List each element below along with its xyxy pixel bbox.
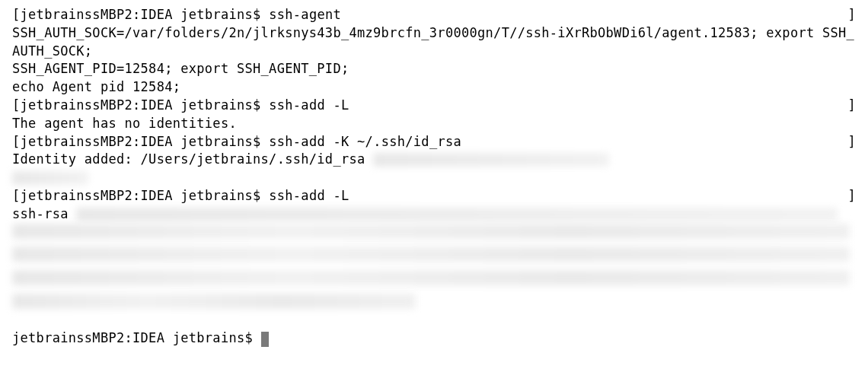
output-line: SSH_AUTH_SOCK=/var/folders/2n/jlrksnys43… xyxy=(12,24,856,61)
prompt-line: [jetbrainssMBP2:IDEA jetbrains$ ssh-add … xyxy=(12,97,856,115)
cursor-icon xyxy=(261,332,269,347)
right-bracket: ] xyxy=(847,133,856,151)
prompt-char: $ xyxy=(253,188,261,203)
output-text: ssh-rsa xyxy=(12,206,69,221)
command-text: ssh-add -L xyxy=(269,97,349,113)
output-line: ssh-rsa xyxy=(12,205,856,224)
command-text: ssh-add -L xyxy=(269,188,349,203)
user: jetbrains xyxy=(180,134,253,149)
redacted-line xyxy=(12,171,88,185)
prompt-line: [jetbrainssMBP2:IDEA jetbrains$ ssh-add … xyxy=(12,187,856,205)
active-prompt-line[interactable]: jetbrainssMBP2:IDEA jetbrains$ xyxy=(12,329,856,348)
redacted-key-line xyxy=(12,224,850,239)
output-text: Identity added: /Users/jetbrains/.ssh/id… xyxy=(12,151,365,167)
prompt-line: [jetbrainssMBP2:IDEA jetbrains$ ssh-add … xyxy=(12,133,856,151)
prompt-text: [jetbrainssMBP2:IDEA jetbrains$ ssh-add … xyxy=(12,97,847,115)
prompt-text: [jetbrainssMBP2:IDEA jetbrains$ ssh-agen… xyxy=(12,6,847,24)
prompt-text: [jetbrainssMBP2:IDEA jetbrains$ ssh-add … xyxy=(12,133,847,151)
prompt-text: [jetbrainssMBP2:IDEA jetbrains$ ssh-add … xyxy=(12,187,847,205)
right-bracket: ] xyxy=(847,97,856,115)
redacted-key-line xyxy=(12,270,850,285)
prompt-char: $ xyxy=(253,97,261,113)
cwd: IDEA xyxy=(141,97,173,113)
command-text: ssh-agent xyxy=(269,7,341,22)
right-bracket: ] xyxy=(847,6,856,24)
user: jetbrains xyxy=(180,97,253,113)
output-line: The agent has no identities. xyxy=(12,115,856,133)
redacted-key-line xyxy=(12,294,416,309)
redacted-key-line xyxy=(12,246,850,262)
right-bracket: ] xyxy=(847,187,856,205)
user: jetbrains xyxy=(180,7,253,22)
host: jetbrainssMBP2 xyxy=(21,134,133,149)
prompt-char: $ xyxy=(253,7,261,22)
user: jetbrains xyxy=(180,188,253,203)
command-text: ssh-add -K ~/.ssh/id_rsa xyxy=(269,134,461,149)
prompt-line: [jetbrainssMBP2:IDEA jetbrains$ ssh-agen… xyxy=(12,6,856,24)
host: jetbrainssMBP2 xyxy=(21,188,133,203)
terminal-window[interactable]: [jetbrainssMBP2:IDEA jetbrains$ ssh-agen… xyxy=(12,6,856,348)
redacted-email xyxy=(373,153,609,167)
host: jetbrainssMBP2 xyxy=(21,7,133,22)
output-line xyxy=(12,169,856,187)
prompt-text: jetbrainssMBP2:IDEA jetbrains$ xyxy=(12,330,261,345)
output-line: SSH_AGENT_PID=12584; export SSH_AGENT_PI… xyxy=(12,60,856,78)
cwd: IDEA xyxy=(141,134,173,149)
host: jetbrainssMBP2 xyxy=(21,97,133,113)
output-line: Identity added: /Users/jetbrains/.ssh/id… xyxy=(12,151,856,169)
cwd: IDEA xyxy=(141,188,173,203)
redacted-key xyxy=(76,208,838,221)
output-line: echo Agent pid 12584; xyxy=(12,78,856,97)
cwd: IDEA xyxy=(141,7,173,22)
prompt-char: $ xyxy=(253,134,261,149)
